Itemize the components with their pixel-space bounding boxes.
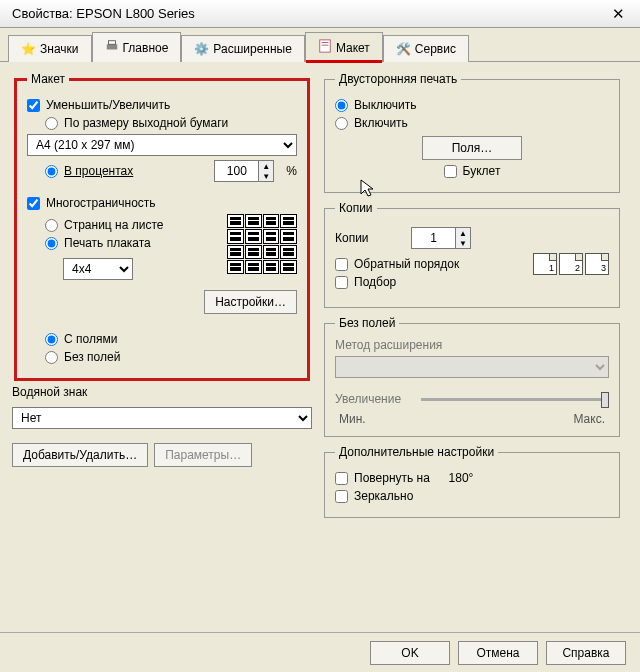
poster-size-select[interactable]: 4x4 <box>63 258 133 280</box>
layout-icon <box>318 39 332 56</box>
cursor-icon <box>359 178 379 200</box>
duplex-off-radio[interactable] <box>335 99 348 112</box>
layout-legend: Макет <box>27 72 69 86</box>
multipage-checkbox[interactable] <box>27 197 40 210</box>
mirror-label: Зеркально <box>354 489 413 503</box>
without-margins-label: Без полей <box>64 350 120 364</box>
slider-thumb[interactable] <box>601 392 609 408</box>
poster-settings-button[interactable]: Настройки… <box>204 290 297 314</box>
by-output-label: По размеру выходной бумаги <box>64 116 228 130</box>
sheet-num: 3 <box>601 263 606 273</box>
borderless-group: Без полей Метод расширения Увеличение Ми… <box>324 316 620 437</box>
borderless-legend: Без полей <box>335 316 399 330</box>
rotate-label: Повернуть на <box>354 471 430 485</box>
booklet-label: Буклет <box>463 164 501 178</box>
dialog-footer: OK Отмена Справка <box>0 632 640 672</box>
spin-up-icon[interactable]: ▲ <box>259 161 273 171</box>
with-margins-label: С полями <box>64 332 117 346</box>
more-settings-group: Дополнительные настройки Повернуть на 18… <box>324 445 620 518</box>
help-button[interactable]: Справка <box>546 641 626 665</box>
spin-down-icon[interactable]: ▼ <box>456 238 470 248</box>
by-output-row: По размеру выходной бумаги <box>45 116 297 130</box>
min-label: Мин. <box>339 412 366 426</box>
tab-rasshirennye[interactable]: ⚙️Расширенные <box>181 35 305 62</box>
zoom-slider[interactable] <box>421 398 609 401</box>
tab-label: Значки <box>40 42 79 56</box>
spin-up-icon[interactable]: ▲ <box>456 228 470 238</box>
duplex-on-label: Включить <box>354 116 408 130</box>
left-column: Макет Уменьшить/Увеличить По размеру вых… <box>12 72 312 626</box>
percent-row: В процентах ▲▼ % <box>45 160 297 182</box>
reduce-enlarge-row: Уменьшить/Увеличить <box>27 98 297 112</box>
duplex-margins-button[interactable]: Поля… <box>422 136 522 160</box>
tab-label: Главное <box>123 41 169 55</box>
pages-sheet-radio[interactable] <box>45 219 58 232</box>
copies-legend: Копии <box>335 201 377 215</box>
reduce-enlarge-checkbox[interactable] <box>27 99 40 112</box>
titlebar: Свойства: EPSON L800 Series ✕ <box>0 0 640 28</box>
layout-group: Макет Уменьшить/Увеличить По размеру вых… <box>14 72 310 381</box>
poster-preview-icon <box>227 214 297 274</box>
wrench-icon: 🛠️ <box>396 42 411 56</box>
active-tab-indicator <box>306 60 382 63</box>
reverse-order-label: Обратный порядок <box>354 257 459 271</box>
poster-radio[interactable] <box>45 237 58 250</box>
with-margins-radio[interactable] <box>45 333 58 346</box>
tab-znachki[interactable]: ⭐Значки <box>8 35 92 62</box>
collate-checkbox[interactable] <box>335 276 348 289</box>
poster-label: Печать плаката <box>64 236 151 250</box>
by-output-radio[interactable] <box>45 117 58 130</box>
star-icon: ⭐ <box>21 42 36 56</box>
copies-label: Копии <box>335 231 405 245</box>
watermark-label: Водяной знак <box>12 385 87 399</box>
window-title: Свойства: EPSON L800 Series <box>12 6 602 21</box>
sheet-num: 1 <box>549 263 554 273</box>
duplex-off-label: Выключить <box>354 98 416 112</box>
svg-rect-3 <box>106 44 117 49</box>
multipage-label: Многостраничность <box>46 196 156 210</box>
copies-spinner[interactable]: ▲▼ <box>411 227 471 249</box>
slider-scale: Мин.Макс. <box>339 412 605 426</box>
svg-rect-5 <box>320 40 331 52</box>
more-legend: Дополнительные настройки <box>335 445 498 459</box>
watermark-select[interactable]: Нет <box>12 407 312 429</box>
tab-label: Расширенные <box>213 42 292 56</box>
mirror-checkbox[interactable] <box>335 490 348 503</box>
duplex-on-radio[interactable] <box>335 117 348 130</box>
reverse-order-checkbox[interactable] <box>335 258 348 271</box>
close-button[interactable]: ✕ <box>602 3 634 25</box>
rotate-checkbox[interactable] <box>335 472 348 485</box>
watermark-params-button[interactable]: Параметры… <box>154 443 252 467</box>
by-percent-radio[interactable] <box>45 165 58 178</box>
copies-input[interactable] <box>411 227 455 249</box>
percent-sign: % <box>286 164 297 178</box>
expansion-method-select <box>335 356 609 378</box>
spin-down-icon[interactable]: ▼ <box>259 171 273 181</box>
tab-strip: ⭐Значки Главное ⚙️Расширенные Макет 🛠️Се… <box>0 28 640 62</box>
multi-options-row: Страниц на листе Печать плаката 4x4 <box>45 214 297 284</box>
duplex-group: Двусторонняя печать Выключить Включить П… <box>324 72 620 193</box>
tab-glavnoe[interactable]: Главное <box>92 32 182 62</box>
collate-label: Подбор <box>354 275 396 289</box>
ok-button[interactable]: OK <box>370 641 450 665</box>
watermark-add-button[interactable]: Добавить/Удалить… <box>12 443 148 467</box>
watermark-label-row: Водяной знак <box>12 385 312 399</box>
reduce-enlarge-label: Уменьшить/Увеличить <box>46 98 170 112</box>
percent-spinner[interactable]: ▲▼ <box>214 160 274 182</box>
without-margins-radio[interactable] <box>45 351 58 364</box>
copies-group: Копии Копии ▲▼ Обратный порядок Подбор 1 <box>324 201 620 308</box>
percent-input[interactable] <box>214 160 258 182</box>
dialog-window: Свойства: EPSON L800 Series ✕ ⭐Значки Гл… <box>0 0 640 672</box>
right-column: Двусторонняя печать Выключить Включить П… <box>322 72 622 626</box>
tab-maket[interactable]: Макет <box>305 32 383 62</box>
gear-icon: ⚙️ <box>194 42 209 56</box>
paper-size-select[interactable]: A4 (210 x 297 мм) <box>27 134 297 156</box>
svg-rect-4 <box>108 41 115 45</box>
booklet-checkbox[interactable] <box>444 165 457 178</box>
zoom-label: Увеличение <box>335 392 415 406</box>
cancel-button[interactable]: Отмена <box>458 641 538 665</box>
by-percent-label: В процентах <box>64 164 133 178</box>
expansion-method-label: Метод расширения <box>335 338 609 352</box>
printer-icon <box>105 39 119 56</box>
tab-servis[interactable]: 🛠️Сервис <box>383 35 469 62</box>
